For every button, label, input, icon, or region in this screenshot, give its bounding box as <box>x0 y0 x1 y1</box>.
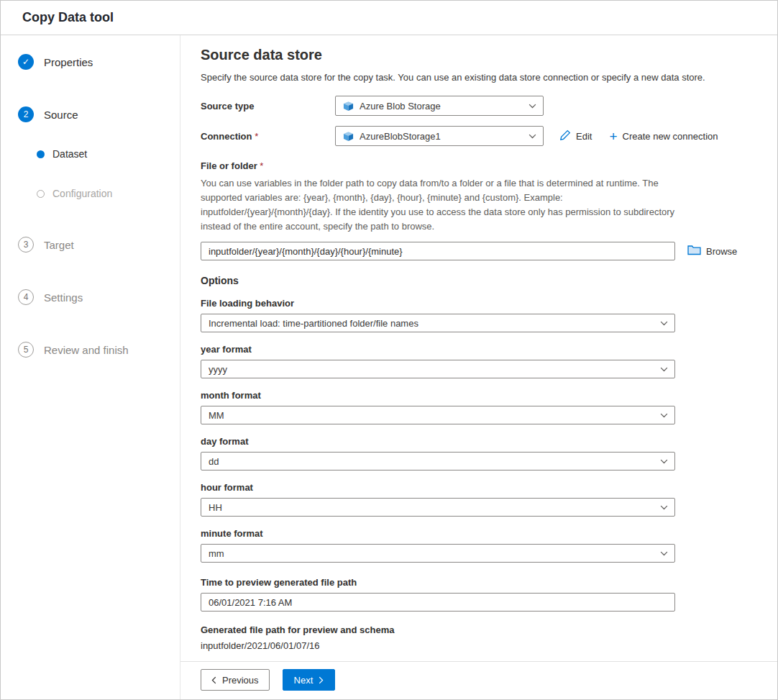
time-to-preview-input[interactable] <box>201 593 675 612</box>
substep-configuration[interactable]: Configuration <box>32 186 180 201</box>
create-new-connection-label: Create new connection <box>623 131 718 142</box>
connection-value: AzureBlobStorage1 <box>360 131 523 142</box>
chevron-right-icon <box>319 676 324 684</box>
file-loading-behavior-dropdown[interactable]: Incremental load: time-partitioned folde… <box>201 314 675 332</box>
source-type-value: Azure Blob Storage <box>360 101 523 112</box>
wizard-sidebar: ✓ Properties 2 Source Dataset Configurat… <box>1 35 180 699</box>
chevron-down-icon <box>660 321 668 326</box>
next-button[interactable]: Next <box>283 669 336 691</box>
step-completed-check-icon: ✓ <box>18 54 34 70</box>
connection-label: Connection * <box>201 131 335 142</box>
file-loading-behavior-group: File loading behavior Incremental load: … <box>201 298 749 332</box>
file-or-folder-input[interactable] <box>201 242 675 260</box>
step-label: Settings <box>44 291 83 304</box>
substep-label: Dataset <box>52 148 87 160</box>
edit-connection-button[interactable]: Edit <box>559 129 592 143</box>
azure-blob-storage-icon <box>343 101 354 112</box>
year-format-label: year format <box>201 344 749 355</box>
minute-format-group: minute format mm <box>201 528 749 563</box>
next-label: Next <box>294 675 314 686</box>
step-settings[interactable]: 4 Settings <box>18 288 180 306</box>
step-target[interactable]: 3 Target <box>18 236 180 253</box>
edit-label: Edit <box>576 131 592 142</box>
chevron-down-icon <box>528 104 536 109</box>
chevron-down-icon <box>660 551 668 556</box>
time-to-preview-group: Time to preview generated file path <box>201 577 749 612</box>
substep-upcoming-dot-icon <box>37 190 45 198</box>
required-asterisk: * <box>255 131 258 142</box>
chevron-down-icon <box>528 134 536 139</box>
source-type-label: Source type <box>201 101 335 112</box>
azure-blob-storage-icon <box>343 131 354 142</box>
hour-format-group: hour format HH <box>201 482 749 517</box>
create-new-connection-button[interactable]: + Create new connection <box>609 129 718 143</box>
step-properties[interactable]: ✓ Properties <box>18 53 180 71</box>
file-loading-behavior-label: File loading behavior <box>201 298 749 309</box>
source-type-dropdown[interactable]: Azure Blob Storage <box>335 96 544 116</box>
generated-path-group: Generated file path for preview and sche… <box>201 624 749 651</box>
browse-button[interactable]: Browse <box>687 245 737 258</box>
plus-icon: + <box>609 129 617 143</box>
chevron-down-icon <box>660 505 668 510</box>
time-to-preview-label: Time to preview generated file path <box>201 577 749 588</box>
substep-dataset[interactable]: Dataset <box>32 147 180 161</box>
wizard-footer: Previous Next <box>180 661 777 699</box>
previous-label: Previous <box>222 675 259 686</box>
pencil-icon <box>559 129 571 143</box>
month-format-group: month format MM <box>201 390 749 424</box>
minute-format-dropdown[interactable]: mm <box>201 544 675 563</box>
chevron-left-icon <box>211 676 216 684</box>
minute-format-label: minute format <box>201 528 749 539</box>
browse-label: Browse <box>706 246 737 257</box>
day-format-label: day format <box>201 436 749 447</box>
required-asterisk: * <box>260 160 263 171</box>
month-format-label: month format <box>201 390 749 401</box>
step-number-badge: 5 <box>18 342 34 358</box>
step-label: Review and finish <box>44 344 129 356</box>
source-type-row: Source type Azure Blob Storage <box>201 96 749 116</box>
step-label: Target <box>44 239 74 251</box>
file-or-folder-label: File or folder * <box>201 160 749 171</box>
year-format-group: year format yyyy <box>201 344 749 378</box>
generated-path-label: Generated file path for preview and sche… <box>201 624 749 635</box>
copy-data-tool-window: Copy Data tool ✓ Properties 2 Source Dat… <box>0 0 778 700</box>
options-heading: Options <box>201 275 749 286</box>
step-label: Source <box>44 109 78 121</box>
hour-format-dropdown[interactable]: HH <box>201 498 675 517</box>
day-format-group: day format dd <box>201 436 749 471</box>
chevron-down-icon <box>660 413 668 418</box>
connection-dropdown[interactable]: AzureBlobStorage1 <box>335 126 544 146</box>
hour-format-label: hour format <box>201 482 749 493</box>
generated-path-value: inputfolder/2021/06/01/07/16 <box>201 640 749 651</box>
connection-row: Connection * AzureBlobStorage1 <box>201 126 749 146</box>
panel-description: Specify the source data store for the co… <box>201 72 749 83</box>
file-or-folder-row: Browse <box>201 242 749 260</box>
step-number-badge: 3 <box>18 237 34 253</box>
file-or-folder-help-text: You can use variables in the folder path… <box>201 176 678 234</box>
panel-title: Source data store <box>201 47 749 63</box>
day-format-dropdown[interactable]: dd <box>201 452 675 471</box>
step-source[interactable]: 2 Source <box>18 106 180 123</box>
year-format-dropdown[interactable]: yyyy <box>201 360 675 378</box>
previous-button[interactable]: Previous <box>201 669 270 691</box>
step-number-badge: 4 <box>18 289 34 305</box>
chevron-down-icon <box>660 459 668 464</box>
folder-icon <box>687 245 701 258</box>
substep-current-dot-icon <box>37 150 45 158</box>
chevron-down-icon <box>660 367 668 372</box>
source-data-store-panel: Source data store Specify the source dat… <box>180 35 777 699</box>
step-number-badge: 2 <box>18 106 34 122</box>
step-review-and-finish[interactable]: 5 Review and finish <box>18 341 180 358</box>
step-label: Properties <box>44 56 93 68</box>
app-title: Copy Data tool <box>22 10 114 25</box>
month-format-dropdown[interactable]: MM <box>201 406 675 424</box>
substep-label: Configuration <box>52 188 112 199</box>
header: Copy Data tool <box>1 1 777 35</box>
